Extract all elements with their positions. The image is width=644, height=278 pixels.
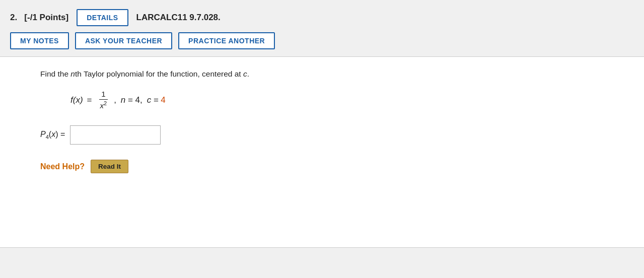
problem-instruction: Find the nth Taylor polynomial for the f… — [40, 68, 629, 80]
exponent: 2 — [104, 100, 107, 106]
practice-another-button[interactable]: PRACTICE ANOTHER — [178, 32, 275, 49]
c-label: c = — [147, 95, 159, 105]
header-row1: 2. [-/1 Points] DETAILS LARCALC11 9.7.02… — [10, 9, 634, 26]
formula-display: f(x) = 1 x2 , n = 4, c = 4 — [70, 90, 629, 110]
answer-label: P4(x) = — [40, 130, 65, 140]
equals-sign: = — [87, 95, 92, 105]
answer-row: P4(x) = — [40, 125, 629, 145]
read-it-button[interactable]: Read It — [91, 160, 128, 173]
need-help-row: Need Help? Read It — [40, 160, 629, 173]
comma: , — [114, 95, 116, 105]
header-bar: 2. [-/1 Points] DETAILS LARCALC11 9.7.02… — [0, 0, 644, 56]
details-button[interactable]: DETAILS — [77, 9, 128, 26]
problem-code: LARCALC11 9.7.028. — [136, 13, 221, 23]
my-notes-button[interactable]: MY NOTES — [10, 32, 69, 49]
content-area: Find the nth Taylor polynomial for the f… — [0, 56, 644, 248]
ask-teacher-button[interactable]: ASK YOUR TEACHER — [75, 32, 172, 49]
n-value: n = 4, — [121, 95, 142, 105]
fraction-numerator: 1 — [99, 90, 107, 100]
problem-number: 2. [-/1 Points] — [10, 13, 68, 23]
formula-f: f(x) — [70, 95, 83, 105]
c-value: 4 — [161, 95, 165, 105]
answer-input[interactable] — [70, 125, 161, 145]
header-row2: MY NOTES ASK YOUR TEACHER PRACTICE ANOTH… — [10, 32, 634, 49]
fraction-denominator: x2 — [98, 100, 109, 110]
need-help-label: Need Help? — [40, 162, 85, 171]
fraction: 1 x2 — [98, 90, 109, 110]
